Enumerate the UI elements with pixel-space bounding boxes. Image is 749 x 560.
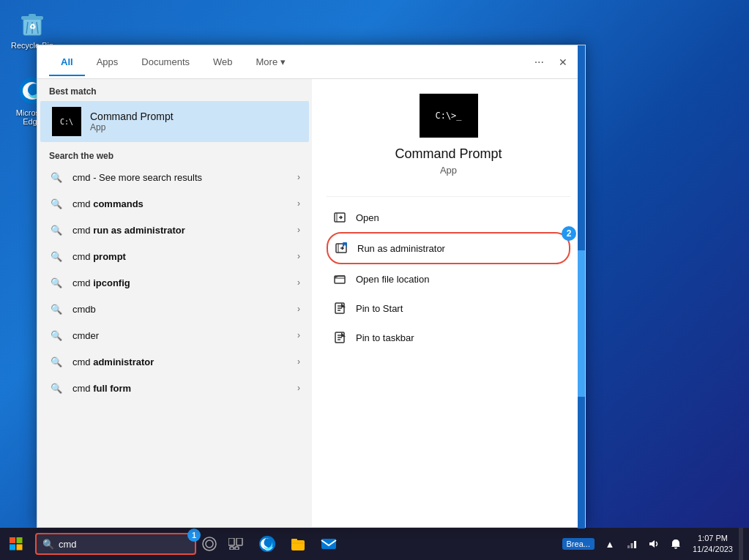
action-pin-taskbar[interactable]: Pin to taskbar (327, 323, 570, 352)
search-result-run-admin[interactable]: 🔍 cmd run as administrator › (37, 217, 312, 243)
search-right-panel: C:\>_ Command Prompt App Open (312, 79, 585, 527)
result-text-6: cmdb (72, 304, 297, 315)
chevron-icon-1: › (297, 172, 300, 182)
chevron-icon-4: › (297, 251, 300, 261)
taskbar-edge-button[interactable] (252, 528, 283, 560)
scrollbar-thumb[interactable] (578, 250, 585, 397)
run-as-admin-icon: ▲ (334, 241, 349, 255)
search-icon-1: 🔍 (49, 170, 64, 184)
search-icon-9: 🔍 (49, 381, 64, 395)
svg-rect-36 (630, 543, 633, 548)
recycle-bin-image: ♻ (18, 9, 47, 38)
chevron-icon-9: › (297, 383, 300, 393)
taskbar-apps (252, 528, 344, 560)
result-text-2: cmd commands (72, 198, 297, 209)
tab-more-label: More (256, 56, 278, 67)
tabs-ellipsis[interactable]: ··· (529, 56, 550, 69)
search-result-full-form[interactable]: 🔍 cmd full form › (37, 375, 312, 401)
taskbar: 🔍 1 (0, 528, 749, 560)
tab-apps[interactable]: Apps (85, 48, 130, 76)
volume-icon[interactable] (643, 528, 665, 560)
chevron-icon-3: › (297, 225, 300, 235)
app-detail-icon: C:\>_ (420, 94, 478, 138)
search-icon-3: 🔍 (49, 223, 64, 237)
notification-area[interactable] (665, 528, 687, 560)
best-match-item[interactable]: C:\ Command Prompt App (40, 101, 309, 142)
svg-text:♻: ♻ (29, 23, 36, 31)
svg-text:▲: ▲ (343, 243, 347, 247)
search-result-commands[interactable]: 🔍 cmd commands › (37, 190, 312, 217)
show-desktop-button[interactable] (739, 528, 743, 560)
tab-web[interactable]: Web (201, 48, 245, 76)
tab-all[interactable]: All (49, 48, 85, 76)
svg-rect-22 (17, 537, 23, 543)
svg-rect-24 (17, 545, 23, 550)
search-icon-5: 🔍 (49, 275, 64, 290)
taskbar-search-icon: 🔍 (42, 539, 54, 550)
task-view-button[interactable] (223, 531, 249, 557)
search-icon-8: 🔍 (49, 354, 64, 369)
svg-rect-21 (10, 537, 15, 543)
search-result-prompt[interactable]: 🔍 cmd prompt › (37, 243, 312, 269)
svg-rect-37 (634, 541, 636, 548)
search-result-cmd[interactable]: 🔍 cmd - See more search results › (37, 164, 312, 190)
search-result-cmder[interactable]: 🔍 cmder › (37, 322, 312, 348)
close-button[interactable]: ✕ (553, 56, 573, 68)
svg-rect-32 (291, 540, 305, 550)
svg-point-26 (206, 540, 213, 548)
search-result-ipconfig[interactable]: 🔍 cmd ipconfig › (37, 269, 312, 296)
pin-taskbar-label: Pin to taskbar (356, 332, 414, 343)
open-location-icon (332, 272, 347, 286)
search-result-administrator[interactable]: 🔍 cmd administrator › (37, 348, 312, 375)
pin-taskbar-icon (332, 330, 347, 345)
chevron-icon-7: › (297, 330, 300, 340)
search-icon-6: 🔍 (49, 302, 64, 316)
app-detail-type: App (327, 165, 570, 176)
break-app-tray[interactable]: Brea... (558, 538, 599, 550)
show-hidden-icons[interactable]: ▲ (599, 528, 621, 560)
system-tray: Brea... ▲ (558, 528, 687, 560)
action-open-location[interactable]: Open file location (327, 264, 570, 294)
svg-point-25 (203, 537, 216, 550)
search-web-label: Search the web (37, 142, 312, 164)
taskbar-mail-button[interactable] (313, 528, 344, 560)
tab-more[interactable]: More ▾ (245, 48, 298, 76)
desktop: ♻ Recycle Bin Microsoft Edge All Apps Do… (0, 0, 749, 560)
action-run-as-admin[interactable]: 2 ▲ Run as administrator (327, 232, 570, 264)
best-match-name: Command Prompt (90, 111, 174, 122)
action-open[interactable]: Open (327, 203, 570, 232)
result-text-7: cmder (72, 330, 297, 341)
taskbar-file-explorer-button[interactable] (283, 528, 313, 560)
command-prompt-icon: C:\ (52, 107, 81, 136)
scrollbar[interactable] (578, 45, 585, 529)
chevron-icon-2: › (297, 198, 300, 209)
taskbar-right: Brea... ▲ (558, 528, 749, 560)
open-label: Open (356, 212, 379, 223)
chevron-icon-5: › (297, 277, 300, 288)
result-text-4: cmd prompt (72, 251, 297, 262)
taskbar-search-input[interactable] (59, 539, 154, 550)
search-result-cmdb[interactable]: 🔍 cmdb › (37, 296, 312, 322)
action-pin-start[interactable]: Pin to Start (327, 294, 570, 323)
badge-2: 2 (562, 226, 576, 241)
chevron-icon-8: › (297, 356, 300, 367)
svg-rect-29 (230, 547, 234, 550)
badge-1: 1 (187, 529, 201, 542)
divider (327, 196, 570, 197)
taskbar-clock[interactable]: 1:07 PM 11/24/2023 (687, 528, 739, 560)
app-detail-name: Command Prompt (327, 146, 570, 162)
best-match-type: App (90, 122, 174, 132)
clock-date: 11/24/2023 (693, 544, 733, 555)
tab-documents[interactable]: Documents (130, 48, 201, 76)
chevron-icon-6: › (297, 304, 300, 314)
pin-start-icon (332, 301, 347, 316)
network-icon[interactable] (621, 528, 643, 560)
search-icon-4: 🔍 (49, 249, 64, 264)
search-tabs: All Apps Documents Web More ▾ ··· ✕ (37, 45, 585, 79)
search-icon-2: 🔍 (49, 196, 64, 211)
taskbar-search-bar[interactable]: 🔍 1 (35, 533, 196, 555)
break-label: Brea... (562, 538, 595, 550)
open-icon (332, 210, 347, 225)
start-button[interactable] (0, 528, 32, 560)
result-text-5: cmd ipconfig (72, 277, 297, 288)
